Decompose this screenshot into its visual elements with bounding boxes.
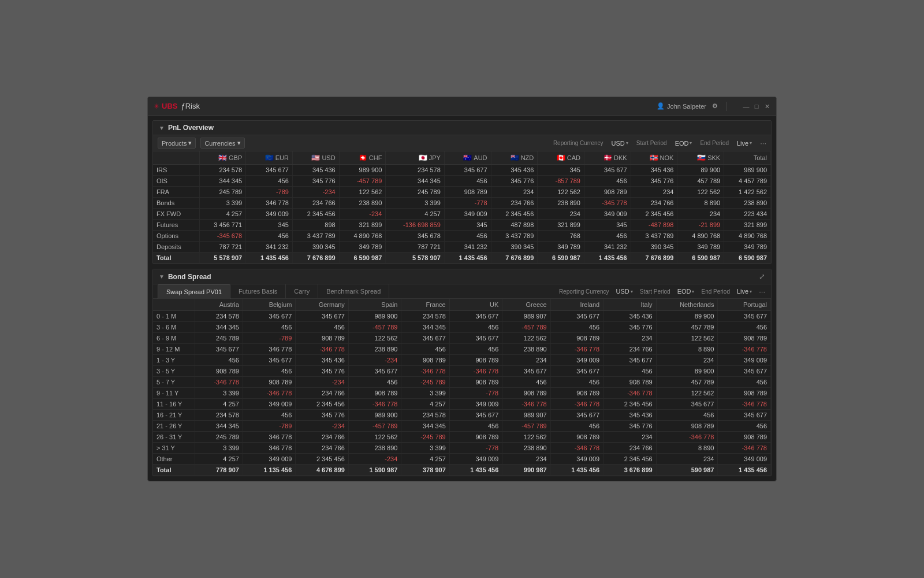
bs-end-period-value[interactable]: Live ▾ xyxy=(737,288,752,295)
cell-value: 456 xyxy=(550,421,603,432)
minimize-button[interactable]: — xyxy=(743,103,750,110)
pnl-col-usd: 🇺🇸USD xyxy=(292,151,339,165)
maximize-button[interactable]: □ xyxy=(753,103,760,110)
cell-value: 321 899 xyxy=(339,220,386,231)
cell-value: 2 345 456 xyxy=(603,454,657,465)
cell-value: 1 135 456 xyxy=(243,465,296,476)
cell-value: -234 xyxy=(339,209,386,220)
start-period-value[interactable]: EOD ▾ xyxy=(675,140,692,147)
bond-spread-tabs: Swap Spread PV01 Futures Basis Carry Ben… xyxy=(153,284,553,298)
cell-value: 234 xyxy=(491,187,538,198)
start-period-label: Start Period xyxy=(636,140,667,146)
cell-value: -457 789 xyxy=(339,176,386,187)
currencies-chevron-icon: ▾ xyxy=(237,139,241,147)
cell-value: 3 437 789 xyxy=(631,231,677,242)
cell-value: 908 789 xyxy=(444,187,491,198)
cell-value: 345 677 xyxy=(444,165,491,176)
bond-spread-chevron-icon[interactable]: ▼ xyxy=(159,273,165,280)
cell-value: 3 676 899 xyxy=(603,465,657,476)
snowflake-icon: ✳ xyxy=(154,102,159,110)
bs-col-greece: Greece xyxy=(502,299,550,311)
tab-futures-basis[interactable]: Futures Basis xyxy=(230,284,286,298)
pnl-col-skk: 🇸🇰SKK xyxy=(677,151,724,165)
cell-value: 234 766 xyxy=(296,432,349,443)
cell-value: 768 xyxy=(538,231,584,242)
bs-start-period-value[interactable]: EOD ▾ xyxy=(677,288,695,295)
cell-value: 456 xyxy=(449,344,502,355)
bs-more-button[interactable]: ··· xyxy=(759,287,765,296)
cell-value: 234 766 xyxy=(631,198,677,209)
cell-value: 4 890 768 xyxy=(339,231,386,242)
cell-value: 378 907 xyxy=(401,465,449,476)
row-label: 0 - 1 M xyxy=(153,311,195,322)
user-icon: 👤 xyxy=(657,102,665,110)
cell-value: 238 890 xyxy=(348,344,401,355)
cell-value: 346 778 xyxy=(243,443,296,454)
cell-value: 234 766 xyxy=(296,443,349,454)
cell-value: 345 xyxy=(246,220,293,231)
cell-value: -346 778 xyxy=(243,388,296,399)
bond-spread-table-container: Austria Belgium Germany Spain France UK … xyxy=(153,299,771,476)
cell-value: 989 900 xyxy=(348,311,401,322)
row-label: 11 - 16 Y xyxy=(153,399,195,410)
cell-value: 778 907 xyxy=(195,465,243,476)
reporting-currency-chevron: ▾ xyxy=(626,140,628,146)
cell-value: 3 456 771 xyxy=(199,220,246,231)
row-label: 9 - 12 M xyxy=(153,344,195,355)
table-row: 6 - 9 M245 789-789908 789122 562345 6773… xyxy=(153,333,771,344)
tab-swap-spread[interactable]: Swap Spread PV01 xyxy=(158,284,230,299)
pnl-more-button[interactable]: ··· xyxy=(760,139,766,147)
bs-end-period-label: End Period xyxy=(701,288,729,295)
cell-value: 456 xyxy=(584,231,631,242)
bs-col-italy: Italy xyxy=(603,299,657,311)
cell-value: 908 789 xyxy=(195,366,243,377)
cell-value: -346 778 xyxy=(550,443,603,454)
tab-benchmark-spread[interactable]: Benchmark Spread xyxy=(318,284,389,298)
cell-value: 345 436 xyxy=(631,165,677,176)
bond-spread-table: Austria Belgium Germany Spain France UK … xyxy=(153,299,771,476)
cell-value: 345 677 xyxy=(550,366,603,377)
reporting-currency-value[interactable]: USD ▾ xyxy=(612,140,628,147)
pnl-toolbar-right: Reporting Currency USD ▾ Start Period EO… xyxy=(553,139,766,147)
cell-value: 989 907 xyxy=(502,311,550,322)
cell-value: 344 345 xyxy=(199,176,246,187)
pnl-col-total: Total xyxy=(724,151,771,165)
bs-reporting-currency-value[interactable]: USD ▾ xyxy=(616,288,633,295)
cell-value: 2 345 456 xyxy=(631,209,677,220)
cell-value: -346 778 xyxy=(195,377,243,388)
table-row: 1 - 3 Y456345 677345 436-234908 789908 7… xyxy=(153,355,771,366)
cell-value: 3 399 xyxy=(195,443,243,454)
cell-value: 3 437 789 xyxy=(491,231,538,242)
tab-carry[interactable]: Carry xyxy=(286,284,318,298)
bs-col-name xyxy=(153,299,195,311)
cell-value: 908 789 xyxy=(718,432,771,443)
cell-value: -346 778 xyxy=(718,443,771,454)
close-button[interactable]: ✕ xyxy=(763,103,770,110)
products-button[interactable]: Products ▾ xyxy=(158,138,196,149)
cell-value: 345 776 xyxy=(603,322,657,333)
currencies-button[interactable]: Currencies ▾ xyxy=(200,138,244,149)
table-row: 26 - 31 Y245 789346 778234 766122 562-24… xyxy=(153,432,771,443)
cell-value: -789 xyxy=(243,421,296,432)
cell-value: 456 xyxy=(718,421,771,432)
table-row: Other4 257349 0092 345 456-2344 257349 0… xyxy=(153,454,771,465)
reporting-currency-label: Reporting Currency xyxy=(553,140,603,146)
cell-value: 122 562 xyxy=(348,333,401,344)
row-label: Futures xyxy=(153,220,199,231)
cell-value: 1 435 456 xyxy=(550,465,603,476)
cell-value: 345 776 xyxy=(296,410,349,421)
cell-value: 456 xyxy=(195,355,243,366)
row-label: 3 - 6 M xyxy=(153,322,195,333)
window-controls[interactable]: — □ ✕ xyxy=(743,103,770,110)
cell-value: -778 xyxy=(449,388,502,399)
cell-value: -346 778 xyxy=(603,388,657,399)
end-period-value[interactable]: Live ▾ xyxy=(737,140,752,147)
settings-icon[interactable]: ⚙ xyxy=(712,102,718,110)
cell-value: 345 677 xyxy=(603,355,657,366)
cell-value: 346 778 xyxy=(243,432,296,443)
cell-value: 1 590 987 xyxy=(348,465,401,476)
pnl-chevron-icon[interactable]: ▼ xyxy=(159,125,165,131)
expand-icon[interactable]: ⤢ xyxy=(759,272,765,281)
cell-value: 349 009 xyxy=(444,209,491,220)
table-row: 0 - 1 M234 578345 677345 677989 900234 5… xyxy=(153,311,771,322)
